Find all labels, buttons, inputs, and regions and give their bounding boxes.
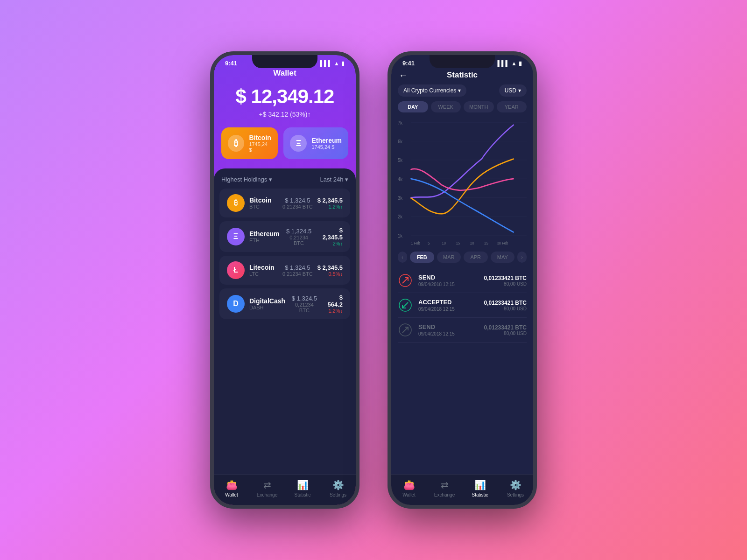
tx-send-2-info: SEND 09/04/2018 12:15 <box>418 323 479 336</box>
holding-btc[interactable]: ₿ Bitcoin BTC $ 1,324.5 0,21234 BTC $ 2,… <box>219 189 350 217</box>
btc-amount: 1745,24 $ <box>249 141 271 153</box>
tx-send-2-type: SEND <box>418 323 479 330</box>
holding-dash[interactable]: D DigitalCash DASH $ 1,324.5 0,21234 BTC… <box>219 288 350 319</box>
holding-ltc[interactable]: Ł Litecoin LTC $ 1,324.5 0,21234 BTC $ 2… <box>219 256 350 285</box>
tx-send-1-info: SEND 09/04/2018 12:15 <box>418 274 479 287</box>
nav-settings-2[interactable]: ⚙️ Settings <box>498 479 533 497</box>
wallet-change: +$ 342.12 (53%)↑ <box>223 111 346 118</box>
tab-year[interactable]: YEAR <box>497 101 527 112</box>
holding-btc-right: $ 2,345.5 1.2%↑ <box>317 197 343 210</box>
eth-card[interactable]: Ξ Ethereum 1745,24 $ <box>283 127 348 159</box>
nav-wallet-2[interactable]: 👛 Wallet <box>391 479 427 497</box>
nav-statistic-1[interactable]: 📊 Statistic <box>285 479 320 497</box>
holding-dash-right: $ 564.2 1.2%↓ <box>324 294 343 314</box>
svg-text:1k: 1k <box>398 233 403 238</box>
btc-info: Bitcoin 1745,24 $ <box>249 134 271 153</box>
nav-statistic-2[interactable]: 📊 Statistic <box>462 479 498 497</box>
holding-dash-info: DigitalCash DASH <box>249 297 285 310</box>
svg-text:5: 5 <box>428 241 430 246</box>
btc-icon: ₿ <box>228 135 244 152</box>
settings-nav-label-2: Settings <box>507 492 524 497</box>
tx-send-1-icon <box>398 273 413 288</box>
eth-icon: Ξ <box>290 135 307 152</box>
battery-icon-2: ▮ <box>519 60 522 67</box>
settings-nav-icon-1: ⚙️ <box>332 479 344 490</box>
holding-ltc-info: Litecoin LTC <box>249 264 278 277</box>
holding-eth[interactable]: Ξ Ethereum ETH $ 1,324.5 0,21234 BTC $ 2… <box>219 221 350 252</box>
tx-accept-1-amount: 0,01233421 BTC 80,00 USD <box>484 300 527 311</box>
tab-may[interactable]: MAY <box>491 252 515 263</box>
bottom-nav-1: 👛 Wallet ⇄ Exchange 📊 Statistic ⚙️ Setti… <box>214 474 356 505</box>
holding-btc-name: Bitcoin <box>249 196 278 204</box>
tx-accept-1-info: ACCEPTED 09/04/2018 12:15 <box>418 299 479 312</box>
tab-day[interactable]: DAY <box>398 101 428 112</box>
status-time-2: 9:41 <box>402 60 415 67</box>
tx-send-2-usd: 80,00 USD <box>484 331 527 336</box>
signal-icon-1: ▌▌▌ <box>320 60 332 67</box>
back-button[interactable]: ← <box>399 70 408 81</box>
svg-text:30 Feb: 30 Feb <box>497 241 508 246</box>
svg-text:6k: 6k <box>398 139 403 144</box>
holdings-header: Highest Holdings ▾ Last 24h ▾ <box>214 176 356 189</box>
holdings-period[interactable]: Last 24h ▾ <box>320 176 349 183</box>
tx-send-1-type: SEND <box>418 274 479 281</box>
holding-dash-mid: $ 1,324.5 0,21234 BTC <box>290 295 319 313</box>
holding-btc-value: $ 2,345.5 <box>317 197 343 204</box>
exchange-nav-icon-2: ⇄ <box>441 479 449 490</box>
wallet-nav-label-1: Wallet <box>225 492 238 497</box>
status-time-1: 9:41 <box>225 60 237 67</box>
holding-ltc-value: $ 2,345.5 <box>317 264 343 271</box>
tx-send-1-usd: 80,00 USD <box>484 281 527 287</box>
wifi-icon-2: ▲ <box>511 60 517 67</box>
month-next[interactable]: › <box>517 252 527 263</box>
holding-ltc-icon: Ł <box>227 261 245 279</box>
tab-month[interactable]: MONTH <box>464 101 494 112</box>
nav-settings-1[interactable]: ⚙️ Settings <box>320 479 356 497</box>
unit-filter[interactable]: USD ▾ <box>499 84 527 97</box>
svg-text:3k: 3k <box>398 195 403 201</box>
tx-send-1-amount: 0,01233421 BTC 80,00 USD <box>484 275 527 287</box>
settings-nav-icon-2: ⚙️ <box>510 479 521 490</box>
btc-card[interactable]: ₿ Bitcoin 1745,24 $ <box>221 127 278 159</box>
holding-ltc-change: 0.5%↓ <box>317 271 343 277</box>
tab-feb[interactable]: FEB <box>410 252 434 263</box>
tx-send-1-btc: 0,01233421 BTC <box>484 275 527 281</box>
transactions: SEND 09/04/2018 12:15 0,01233421 BTC 80,… <box>391 266 533 474</box>
battery-icon-1: ▮ <box>341 60 345 67</box>
holding-btc-info: Bitcoin BTC <box>249 196 278 210</box>
currency-filter-label: All Crypto Currencies <box>403 87 456 94</box>
holding-dash-price: $ 1,324.5 <box>290 295 319 302</box>
tab-apr[interactable]: APR <box>464 252 488 263</box>
nav-exchange-2[interactable]: ⇄ Exchange <box>427 479 462 497</box>
tx-send-2[interactable]: SEND 09/04/2018 12:15 0,01233421 BTC 80,… <box>398 318 527 343</box>
holding-dash-name: DigitalCash <box>249 297 285 305</box>
chart-container: 7k 6k 5k 4k 3k 2k 1k 1 Feb 5 10 15 20 25… <box>391 117 533 248</box>
holding-btc-price: $ 1,324.5 <box>282 197 313 204</box>
holdings-label[interactable]: Highest Holdings ▾ <box>221 176 272 183</box>
svg-text:7k: 7k <box>398 120 403 126</box>
exchange-nav-label-1: Exchange <box>257 492 277 497</box>
month-prev[interactable]: ‹ <box>398 252 407 263</box>
holding-eth-btc: 0,21234 BTC <box>284 235 314 246</box>
nav-exchange-1[interactable]: ⇄ Exchange <box>249 479 285 497</box>
tab-mar[interactable]: MAR <box>437 252 461 263</box>
tx-send-1-date: 09/04/2018 12:15 <box>418 282 479 287</box>
status-icons-2: ▌▌▌ ▲ ▮ <box>498 60 522 67</box>
svg-line-22 <box>402 278 408 283</box>
unit-filter-arrow: ▾ <box>518 87 521 94</box>
eth-name: Ethereum <box>311 137 342 144</box>
wallet-screen: 9:41 ▌▌▌ ▲ ▮ Wallet $ 12,349.12 +$ 342.1… <box>214 55 356 505</box>
tx-accept-1[interactable]: ACCEPTED 09/04/2018 12:15 0,01233421 BTC… <box>398 293 527 318</box>
currency-filter[interactable]: All Crypto Currencies ▾ <box>398 84 466 97</box>
wallet-balance: $ 12,349.12 <box>223 85 346 108</box>
eth-info: Ethereum 1745,24 $ <box>311 137 342 150</box>
holding-eth-name: Ethereum <box>249 230 280 238</box>
tx-accept-1-usd: 80,00 USD <box>484 306 527 311</box>
tab-week[interactable]: WEEK <box>431 101 461 112</box>
holding-eth-change: 2%↑ <box>318 241 343 246</box>
chart-svg: 7k 6k 5k 4k 3k 2k 1k 1 Feb 5 10 15 20 25… <box>398 117 527 248</box>
nav-wallet-1[interactable]: 👛 Wallet <box>214 479 249 497</box>
wifi-icon-1: ▲ <box>334 60 339 67</box>
tx-send-1[interactable]: SEND 09/04/2018 12:15 0,01233421 BTC 80,… <box>398 268 527 293</box>
eth-amount: 1745,24 $ <box>311 144 342 150</box>
